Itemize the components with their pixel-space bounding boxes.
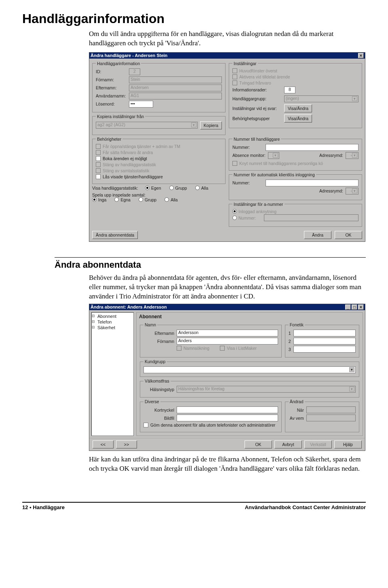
play-all-radio[interactable]: Alla bbox=[164, 197, 178, 202]
sub-lastname-field[interactable]: Andersson bbox=[177, 330, 278, 336]
stats-all-radio[interactable]: Alla bbox=[195, 186, 209, 190]
inforows-field[interactable]: 8 bbox=[284, 87, 295, 93]
number2-field[interactable] bbox=[266, 180, 358, 186]
tree-subscriber[interactable]: Abonnent bbox=[93, 314, 133, 319]
address-space2-select[interactable]: -- bbox=[346, 188, 358, 195]
shortkey-label: Kortnyckel bbox=[143, 408, 177, 412]
show-listmaker-checkbox[interactable]: Visa i ListMaker bbox=[220, 346, 257, 351]
copy-from-select[interactable]: ag2 ag2 (AG2) bbox=[96, 122, 198, 129]
footer-left: 12 • Handläggare bbox=[22, 504, 65, 510]
settings-group: Inställningar Huvudfönster överst Aktive… bbox=[229, 61, 362, 128]
perm-lock-services-checkbox[interactable]: Lås visade tjänster/handläggare bbox=[96, 174, 222, 179]
perm-set-absence-checkbox[interactable]: Får sätta frånvaro åt andra bbox=[96, 150, 222, 155]
ok2-button[interactable]: OK bbox=[245, 440, 272, 448]
handlergroup-select[interactable]: (ingen) bbox=[284, 95, 358, 102]
name-legend: Namn bbox=[143, 322, 157, 327]
number-field[interactable] bbox=[266, 144, 358, 151]
perm-handler-stats-checkbox[interactable]: Stäng av handläggarstatistik bbox=[96, 162, 222, 167]
address-space-select[interactable]: -- bbox=[346, 152, 358, 159]
play-recordings-label: Spela upp inspelade samtal: bbox=[92, 192, 226, 197]
auto-login-number-group: Nummer för automatisk klientlös inloggni… bbox=[229, 172, 362, 200]
perm-call-stats-checkbox[interactable]: Stäng av samtalsstatistik bbox=[96, 168, 222, 173]
page-footer: 12 • Handläggare Användarhandbok Contact… bbox=[22, 502, 366, 510]
main-top-checkbox[interactable]: Huvudfönster överst bbox=[232, 68, 358, 73]
ph1-label: 1 bbox=[289, 331, 293, 336]
customer-group-select[interactable] bbox=[143, 366, 356, 373]
name-group: Namn EfternamnAndersson FörnamnAnders Na… bbox=[140, 322, 282, 357]
tree-phone[interactable]: Telefon bbox=[93, 319, 133, 324]
dialog2-title: Ändra abonnent: Anders Andersson bbox=[91, 305, 167, 310]
dialog-title: Ändra handläggare - Andersen Stein bbox=[91, 53, 167, 58]
by-label: Av vem bbox=[289, 416, 306, 421]
inforows-label: Informationsrader: bbox=[232, 87, 282, 92]
play-own-radio[interactable]: Egna bbox=[114, 197, 131, 202]
play-none-radio[interactable]: Inga bbox=[92, 197, 106, 202]
handler-info-group: Handläggarinformation ID:2 Förnamn:Stein… bbox=[92, 61, 226, 112]
tree-security[interactable]: Säkerhet bbox=[93, 325, 133, 330]
perm-open-services-checkbox[interactable]: Får öppna/stänga tjänster + admin av TM bbox=[96, 144, 222, 149]
authgroups-button[interactable]: Visa/Ändra bbox=[284, 114, 312, 123]
play-group-radio[interactable]: Grupp bbox=[139, 197, 156, 202]
ph3-field[interactable] bbox=[293, 346, 356, 353]
greeting-select[interactable]: Hälsningsfras för företag bbox=[177, 386, 356, 393]
help-button[interactable]: Hjälp bbox=[334, 440, 362, 448]
password-label: Lösenord: bbox=[96, 102, 129, 106]
stats-group-radio[interactable]: Grupp bbox=[169, 186, 187, 190]
ph1-field[interactable] bbox=[293, 330, 356, 336]
dialog2-titlebar: Ändra abonnent: Anders Andersson _ □ × bbox=[89, 304, 365, 310]
password-field[interactable]: ••• bbox=[129, 101, 153, 108]
close-icon[interactable]: × bbox=[358, 53, 364, 58]
stats-label: Visa handläggarstatistik: bbox=[92, 186, 143, 190]
maximize-icon[interactable]: □ bbox=[352, 305, 357, 310]
username-label: Användarnamn: bbox=[96, 93, 129, 98]
footer-right: Användarhandbok Contact Center Administr… bbox=[245, 504, 366, 510]
next-button[interactable]: >> bbox=[116, 440, 137, 448]
apply-button[interactable]: Verkställ bbox=[304, 440, 332, 448]
activate-assigned-checkbox[interactable]: Aktivera vid tilldelat ärende bbox=[232, 74, 358, 79]
ph3-label: 3 bbox=[289, 347, 293, 352]
anum-number-field[interactable] bbox=[264, 214, 358, 221]
forced-absence-checkbox[interactable]: Tvingad frånvaro bbox=[232, 80, 358, 85]
sub-firstname-field[interactable]: Anders bbox=[177, 338, 278, 345]
close-icon[interactable]: × bbox=[358, 305, 364, 310]
perm-book-checkbox[interactable]: Boka ärenden ej möjligt bbox=[96, 156, 222, 161]
tie-number-checkbox[interactable]: Knyt numret till handläggarens personlig… bbox=[232, 161, 358, 166]
ph2-field[interactable] bbox=[293, 338, 356, 345]
edit-subscriber-button[interactable]: Ändra abonnentdata bbox=[92, 231, 138, 239]
prev-button[interactable]: << bbox=[93, 440, 114, 448]
id-label: ID: bbox=[96, 69, 129, 74]
noanswer-button[interactable]: Visa/Ändra bbox=[284, 104, 312, 112]
welcome-legend: Välkomstfras bbox=[143, 379, 171, 383]
button-bar: << >> OK Avbryt Verkställ Hjälp bbox=[89, 438, 365, 451]
copy-settings-group: Kopiera inställningar från ag2 ag2 (AG2)… bbox=[92, 114, 226, 135]
settings-legend: Inställningar bbox=[232, 61, 258, 66]
firstname-label: Förnamn: bbox=[96, 77, 129, 82]
stats-own-radio[interactable]: Egen bbox=[145, 186, 161, 190]
ok-button[interactable]: OK bbox=[335, 231, 362, 239]
intro-text: Om du vill ändra uppgifterna för en hand… bbox=[89, 30, 366, 48]
anumber-settings-group: Inställningar för a-nummer Inloggad ankn… bbox=[229, 202, 362, 227]
anum-extension-radio[interactable]: Inloggad anknytning bbox=[232, 209, 276, 214]
by-field bbox=[306, 415, 356, 421]
anum-number-radio[interactable]: Nummer: bbox=[232, 216, 256, 220]
number-label: Nummer: bbox=[232, 145, 266, 150]
phonetics-group: Fonetik 1 2 3 bbox=[285, 322, 359, 357]
panel-title: Abonnent bbox=[137, 313, 363, 321]
nav-tree: Abonnent Telefon Säkerhet bbox=[91, 312, 134, 436]
minimize-icon[interactable]: _ bbox=[345, 305, 351, 310]
shortkey-field[interactable] bbox=[177, 406, 278, 413]
section-text-1: Behöver du ändra på abonnentdata för age… bbox=[89, 273, 366, 301]
dialog-titlebar: Ändra handläggare - Andersen Stein × bbox=[89, 53, 365, 59]
handler-info-legend: Handläggarinformation bbox=[96, 61, 141, 66]
hide-subscriber-checkbox[interactable]: Göm denna abonnent för alla utom telefon… bbox=[143, 423, 278, 427]
cancel-button[interactable]: Avbryt bbox=[274, 440, 302, 448]
absence-monitor-select[interactable]: 1 bbox=[268, 152, 279, 159]
imagefile-field[interactable] bbox=[177, 415, 278, 421]
customer-legend: Kundgrupp bbox=[143, 359, 167, 364]
absence-monitor-label: Absence monitor: bbox=[232, 153, 266, 158]
name-search-checkbox[interactable]: Namnsökning bbox=[177, 346, 209, 351]
lastname-label: Efternamn: bbox=[96, 85, 129, 90]
copy-button[interactable]: Kopiera bbox=[200, 121, 222, 129]
sub-lastname-label: Efternamn bbox=[143, 331, 177, 336]
modify-button[interactable]: Ändra bbox=[304, 231, 331, 239]
